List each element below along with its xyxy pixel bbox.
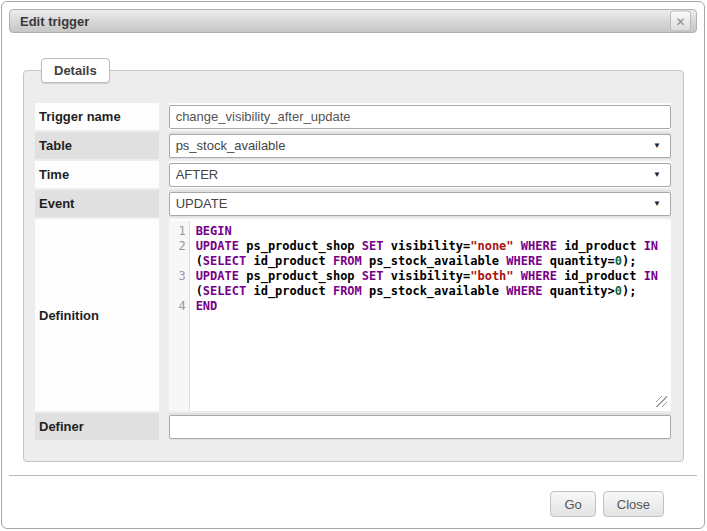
chevron-down-icon: ▼: [653, 141, 661, 150]
definer-input[interactable]: [169, 415, 671, 439]
line-number-gutter: 1234: [169, 221, 190, 411]
dialog-titlebar[interactable]: Edit trigger ✕: [9, 9, 697, 33]
code-editor-lines[interactable]: BEGINUPDATE ps_product_shop SET visibili…: [190, 221, 671, 411]
dialog-buttonpane: Go Close: [9, 475, 697, 517]
details-fieldset: Details Trigger name Table ps_stock_avai…: [23, 70, 684, 462]
definer-row: Definer: [35, 413, 671, 440]
table-label: Table: [35, 132, 159, 159]
time-select-value: AFTER: [176, 167, 219, 182]
definition-code-editor[interactable]: 1234 BEGINUPDATE ps_product_shop SET vis…: [169, 221, 671, 411]
definer-label: Definer: [35, 413, 159, 440]
definition-row: Definition 1234 BEGINUPDATE ps_product_s…: [35, 219, 671, 411]
event-row: Event UPDATE ▼: [35, 190, 671, 217]
time-row: Time AFTER ▼: [35, 161, 671, 188]
table-row: Table ps_stock_available ▼: [35, 132, 671, 159]
table-select[interactable]: ps_stock_available ▼: [169, 134, 671, 158]
table-select-value: ps_stock_available: [176, 138, 286, 153]
edit-trigger-dialog: Edit trigger ✕ Details Trigger name Tabl…: [1, 1, 705, 529]
chevron-down-icon: ▼: [653, 199, 661, 208]
trigger-name-input[interactable]: [169, 105, 671, 129]
dialog-title: Edit trigger: [20, 14, 89, 29]
resize-handle-icon[interactable]: [656, 396, 667, 407]
fieldset-legend: Details: [41, 58, 110, 83]
event-label: Event: [35, 190, 159, 217]
close-button[interactable]: Close: [603, 491, 664, 517]
time-label: Time: [35, 161, 159, 188]
go-button[interactable]: Go: [550, 491, 595, 517]
trigger-name-row: Trigger name: [35, 103, 671, 130]
time-select[interactable]: AFTER ▼: [169, 163, 671, 187]
close-icon[interactable]: ✕: [670, 11, 691, 32]
chevron-down-icon: ▼: [653, 170, 661, 179]
definition-label: Definition: [35, 219, 159, 411]
event-select-value: UPDATE: [176, 196, 228, 211]
trigger-name-label: Trigger name: [35, 103, 159, 130]
event-select[interactable]: UPDATE ▼: [169, 192, 671, 216]
